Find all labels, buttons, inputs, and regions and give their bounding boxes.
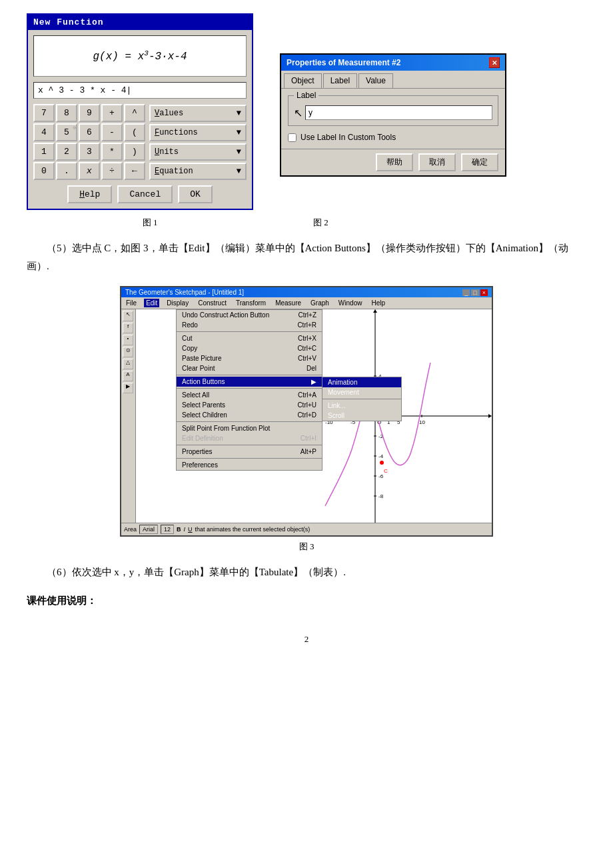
page-number: 2 [27, 634, 586, 645]
menu-item-paste[interactable]: Paste Picture Ctrl+V [177, 353, 322, 363]
close-icon[interactable]: ✕ [489, 57, 500, 68]
svg-marker-11 [488, 414, 492, 418]
sidebar-circle-tool[interactable]: ⊙ [123, 347, 133, 357]
menu-item-undo[interactable]: Undo Construct Action Button Ctrl+Z [177, 310, 322, 320]
btn-1[interactable]: 1 [33, 143, 55, 161]
sep2 [177, 375, 322, 375]
underline-btn[interactable]: U [188, 526, 193, 533]
menu-display[interactable]: Display [165, 299, 191, 307]
menu-item-cut[interactable]: Cut Ctrl+X [177, 333, 322, 343]
btn-back[interactable]: ← [124, 162, 145, 180]
tab-object[interactable]: Object [284, 73, 322, 88]
sidebar-point-tool[interactable]: • [123, 335, 133, 345]
btn-8[interactable]: 8 [56, 104, 77, 122]
btn-plus[interactable]: + [101, 104, 123, 122]
bold-btn[interactable]: B [177, 526, 181, 533]
menu-item-selectparents[interactable]: Select Parents Ctrl+U [177, 400, 322, 410]
btn-values[interactable]: Values ▼ [149, 105, 247, 122]
svg-text:-6: -6 [378, 473, 384, 479]
btn-2[interactable]: 2 [56, 143, 77, 161]
fig3-menubar: File Edit Display Construct Transform Me… [121, 297, 492, 309]
fig1-label: 图 1 [27, 217, 273, 229]
menu-window[interactable]: Window [336, 299, 364, 307]
fig2-label: 图 2 [313, 217, 328, 229]
menu-item-preferences[interactable]: Preferences [177, 460, 322, 470]
fig3-maximize-btn[interactable]: □ [471, 289, 478, 296]
btn-3[interactable]: 3 [79, 143, 100, 161]
font-selector[interactable]: Arial [139, 525, 158, 534]
btn-dot[interactable]: . [56, 162, 77, 180]
menu-item-selectall[interactable]: Select All Ctrl+A [177, 390, 322, 400]
btn-7[interactable]: 7 [33, 104, 55, 122]
btn-div[interactable]: ÷ [101, 162, 123, 180]
fig3-close-icon[interactable]: × [480, 289, 488, 296]
menu-item-copy[interactable]: Copy Ctrl+C [177, 343, 322, 353]
calc-row-3: 1 2 3 * ) Units ▼ [33, 143, 247, 161]
sidebar-function-tool[interactable]: f [123, 323, 133, 333]
fig3-sidebar: ↖ f • ⊙ △ A ▶ [121, 309, 136, 523]
submenu-scroll[interactable]: Scroll [322, 411, 401, 421]
menu-measure[interactable]: Measure [273, 299, 303, 307]
menu-item-action-buttons[interactable]: Action Buttons ▶ Animation Movement Link… [177, 377, 322, 387]
values-label: Values [155, 109, 183, 118]
btn-equation[interactable]: Equation ▼ [149, 163, 247, 180]
cursor-icon: ↖ [294, 107, 303, 119]
menu-construct[interactable]: Construct [196, 299, 229, 307]
btn-units[interactable]: Units ▼ [149, 143, 247, 161]
sep5 [177, 445, 322, 445]
fig3-statusbar: Area Arial 12 B I U that animates the cu… [121, 523, 492, 535]
btn-functions[interactable]: Functions ▼ [149, 124, 247, 141]
btn-confirm-cn[interactable]: 确定 [461, 153, 498, 171]
menu-item-redo[interactable]: Redo Ctrl+R [177, 320, 322, 330]
btn-0[interactable]: 0 [33, 162, 55, 180]
btn-cancel[interactable]: Cancel [117, 185, 173, 203]
btn-cancel-cn[interactable]: 取消 [418, 153, 456, 171]
sidebar-arrow-tool[interactable]: ↖ [123, 311, 133, 321]
font-size-selector[interactable]: 12 [161, 525, 174, 534]
function-input[interactable]: x ^ 3 - 3 * x - 4| [33, 82, 247, 99]
use-label-checkbox[interactable] [288, 133, 297, 142]
submenu-link[interactable]: Link... [322, 401, 401, 411]
menu-edit[interactable]: Edit [144, 299, 159, 307]
sidebar-text-tool[interactable]: A [123, 371, 133, 381]
calc-left-keys-3: 1 2 3 * ) [33, 143, 145, 161]
submenu-movement[interactable]: Movement [322, 387, 401, 397]
fig3-minimize-btn[interactable]: _ [462, 289, 470, 296]
submenu-animation[interactable]: Animation [322, 377, 401, 387]
menu-help[interactable]: Help [369, 299, 387, 307]
btn-9[interactable]: 9 [79, 104, 100, 122]
btn-rparen[interactable]: ) [124, 143, 145, 161]
menu-file[interactable]: File [124, 299, 139, 307]
btn-help-cn[interactable]: 帮助 [376, 153, 413, 171]
label-input[interactable] [305, 105, 492, 120]
btn-caret[interactable]: ^ [124, 104, 145, 122]
fig3-label: 图 3 [299, 541, 314, 553]
btn-x[interactable]: x [79, 162, 100, 180]
properties-title-text: Properties of Measurement #2 [287, 58, 400, 67]
functions-arrow: ▼ [237, 128, 241, 137]
sidebar-polygon-tool[interactable]: △ [123, 359, 133, 369]
menu-item-properties[interactable]: Properties Alt+P [177, 447, 322, 457]
btn-ok[interactable]: OK [178, 185, 213, 203]
equation-label: Equation [155, 167, 193, 176]
formula-display: g(x) = x3-3·x-4 [33, 35, 247, 77]
btn-lparen[interactable]: ( [124, 123, 145, 141]
btn-minus[interactable]: - [101, 123, 123, 141]
menu-item-selectchildren[interactable]: Select Children Ctrl+D [177, 410, 322, 420]
top-dialogs-section: New Function g(x) = x3-3·x-4 x ^ 3 - 3 *… [27, 13, 586, 210]
menu-item-split[interactable]: Split Point From Function Plot [177, 423, 322, 433]
menu-item-clear[interactable]: Clear Point Del [177, 363, 322, 373]
menu-graph[interactable]: Graph [308, 299, 331, 307]
italic-btn[interactable]: I [184, 526, 186, 533]
use-label-checkbox-row: Use Label In Custom Tools [288, 133, 498, 142]
btn-5[interactable]: 5 ○ [56, 123, 77, 141]
btn-4[interactable]: 4 [33, 123, 55, 141]
btn-6[interactable]: 6 [79, 123, 100, 141]
menu-item-editdef[interactable]: Edit Definition Ctrl+I [177, 433, 322, 443]
sidebar-play-tool[interactable]: ▶ [123, 383, 133, 393]
btn-asterisk[interactable]: * [101, 143, 123, 161]
menu-transform[interactable]: Transform [234, 299, 268, 307]
tab-value[interactable]: Value [358, 73, 393, 88]
btn-help[interactable]: Help [67, 185, 112, 203]
tab-label[interactable]: Label [323, 73, 357, 88]
